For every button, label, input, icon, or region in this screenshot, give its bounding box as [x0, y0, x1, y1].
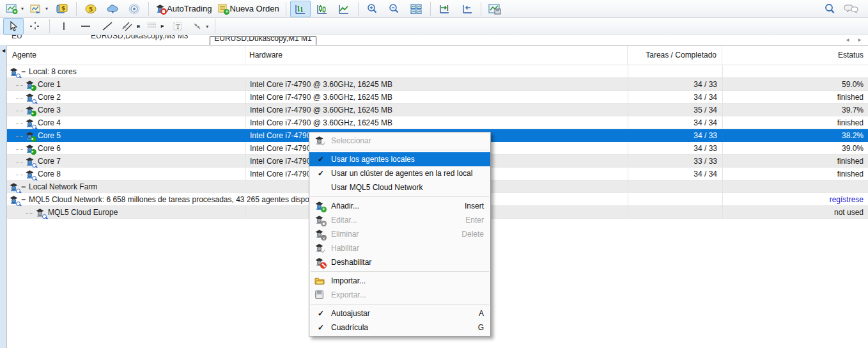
tile-windows-button[interactable]: [406, 1, 426, 17]
search-badge-icon: [32, 125, 36, 129]
menu-item-label: Añadir...: [331, 202, 359, 210]
agent-idle-icon: [25, 118, 35, 128]
search-icon: [823, 3, 836, 15]
agent-name: Core 7: [38, 155, 61, 168]
collapse-expander[interactable]: −: [20, 65, 26, 78]
tab-scroll-right-icon[interactable]: ►: [857, 37, 862, 43]
hardware-cell: Intel Core i7-4790 @ 3.60GHz, 16245 MB: [245, 116, 628, 129]
chart-template-button[interactable]: [485, 1, 506, 17]
chart-tab-fragment[interactable]: EU: [12, 35, 22, 40]
agent-idle-icon: [25, 93, 35, 102]
column-header-tareas[interactable]: Tareas / Completado: [628, 46, 722, 65]
play-badge-icon: [31, 85, 36, 91]
candlestick-chart-icon: [316, 3, 329, 15]
line-chart-button[interactable]: [334, 1, 354, 17]
hardware-cell: Intel Core i7-4790 @ 3.60GHz, 16245 MB: [245, 104, 628, 116]
folder-open-icon: [314, 276, 325, 286]
menu-item-cuadricula[interactable]: ✓ Cuadrícula G: [309, 320, 490, 335]
menu-item-label: Usar un clúster de agentes en la red loc…: [331, 169, 472, 178]
profiles-button[interactable]: ▾: [27, 1, 50, 17]
status-cell: finished: [722, 168, 868, 180]
new-order-icon: [218, 4, 228, 13]
menu-item-label: Eliminar: [331, 230, 359, 239]
collapse-expander[interactable]: −: [20, 180, 26, 193]
tree-line: [16, 79, 23, 86]
autotrading-button[interactable]: AutoTrading: [153, 1, 214, 17]
menu-item-usar-cluster-red-local[interactable]: ✓ Usar un clúster de agentes en la red l…: [309, 166, 490, 180]
cursor-button[interactable]: [3, 18, 24, 35]
menu-item-importar[interactable]: Importar...: [309, 274, 490, 288]
crosshair-button[interactable]: [25, 18, 45, 35]
agent-group-icon: [9, 67, 19, 77]
menu-item-label: Seleccionar: [331, 136, 371, 145]
fibo-letter: F: [160, 24, 164, 29]
shapes-button[interactable]: ▾: [189, 18, 211, 35]
menu-item-label: Usar MQL5 Cloud Network: [331, 183, 422, 192]
cloud-button[interactable]: [102, 1, 123, 17]
status-cell: 39.7%: [722, 104, 868, 116]
tab-scroll-left-icon[interactable]: ◄: [845, 37, 850, 43]
new-chart-button[interactable]: ▾: [3, 1, 26, 17]
auto-scroll-button[interactable]: [456, 1, 477, 17]
fibonacci-button[interactable]: F: [144, 18, 166, 35]
table-row-core1[interactable]: Core 1 Intel Core i7-4790 @ 3.60GHz, 162…: [7, 78, 868, 91]
status-cell: [722, 65, 868, 78]
new-order-button[interactable]: Nueva Orden: [215, 1, 281, 17]
autotrading-label: AutoTrading: [167, 4, 212, 13]
search-badge-icon: [16, 189, 20, 193]
table-row-core3[interactable]: Core 3 Intel Core i7-4790 @ 3.60GHz, 162…: [7, 104, 868, 116]
menu-item-usar-mql5-cloud-network[interactable]: Usar MQL5 Cloud Network: [309, 180, 490, 194]
status-cell: 38.2%: [722, 129, 868, 142]
save-icon: [314, 290, 325, 300]
menu-item-autoajustar[interactable]: ✓ Autoajustar A: [309, 306, 490, 320]
table-row-core4[interactable]: Core 4 Intel Core i7-4790 @ 3.60GHz, 162…: [7, 116, 868, 129]
chat-button[interactable]: [841, 1, 862, 17]
symbols-button[interactable]: $: [52, 1, 72, 17]
menu-item-usar-agentes-locales[interactable]: ✓ Usar los agentes locales: [309, 152, 490, 166]
play-badge-icon: [31, 149, 36, 155]
play-badge-icon: [31, 111, 36, 116]
signals-button[interactable]: [124, 1, 144, 17]
zoom-in-button[interactable]: [362, 1, 383, 17]
toolbar-separator: [481, 2, 481, 16]
shapes-arrows-icon: [192, 21, 203, 31]
horizontal-line-button[interactable]: [75, 18, 96, 35]
search-button[interactable]: [819, 1, 840, 17]
column-header-hardware[interactable]: Hardware: [245, 46, 628, 65]
tasks-cell: 33 / 33: [628, 155, 722, 168]
mql5-community-button[interactable]: 5: [81, 1, 101, 17]
text-tool-button[interactable]: T: [167, 18, 188, 35]
collapse-expander[interactable]: −: [20, 193, 26, 206]
agent-select-icon: [314, 136, 325, 146]
column-header-agente[interactable]: Agente: [7, 46, 245, 65]
menu-item-deshabilitar[interactable]: Deshabilitar: [309, 255, 490, 269]
candlestick-chart-button[interactable]: [312, 1, 332, 17]
table-row-core2[interactable]: Core 2 Intel Core i7-4790 @ 3.60GHz, 162…: [7, 91, 868, 104]
agent-delete-icon: [314, 229, 325, 239]
agent-active-icon: [25, 144, 35, 154]
vertical-line-button[interactable]: [54, 18, 74, 35]
equidistant-channel-button[interactable]: E: [119, 18, 143, 35]
chart-tab-fragment[interactable]: EURUSD,Dukascopy,M3 M3: [91, 35, 188, 40]
agent-edit-icon: [314, 215, 325, 225]
chart-shift-button[interactable]: [435, 1, 455, 17]
menu-item-anadir[interactable]: Añadir... Insert: [309, 199, 490, 213]
checkmark-icon: ✓: [318, 166, 324, 180]
bar-chart-button[interactable]: [290, 1, 311, 17]
table-row-local-group[interactable]: − Local: 8 cores: [7, 65, 868, 78]
column-header-estatus[interactable]: Estatus: [722, 46, 868, 65]
zoom-out-button[interactable]: [384, 1, 405, 17]
new-order-label: Nueva Orden: [229, 4, 279, 13]
trendline-button[interactable]: [97, 18, 118, 35]
menu-shortcut: Delete: [461, 227, 484, 241]
group-label: MQL5 Cloud Network: 6 658 millones de ta…: [29, 193, 329, 206]
status-cell: 39.0%: [722, 142, 868, 155]
checkmark-icon: ✓: [318, 320, 324, 335]
toolbar-separator: [76, 2, 77, 16]
tree-line: [16, 169, 23, 175]
panel-scroll-left-icon[interactable]: ◄: [1, 47, 6, 54]
x-badge-icon: [321, 235, 327, 241]
active-chart-tab[interactable]: EURUSD,Dukascopy,M1 M1: [210, 36, 316, 45]
register-link[interactable]: regístrese: [722, 193, 868, 206]
agent-enable-icon: [314, 243, 325, 253]
